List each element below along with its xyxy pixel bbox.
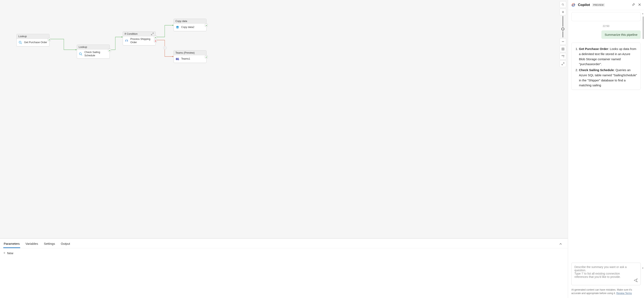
copilot-header: Copilot PREVIEW bbox=[568, 0, 644, 10]
pipeline-canvas[interactable]: Lookup Get Purchase Order Lookup Check S… bbox=[0, 0, 568, 238]
lookup-icon bbox=[79, 52, 83, 56]
new-label: New bbox=[7, 251, 14, 255]
message-timestamp: 22:50 bbox=[571, 24, 641, 27]
svg-text:T: T bbox=[176, 58, 177, 60]
svg-rect-20 bbox=[563, 55, 564, 56]
teams-icon: T bbox=[176, 57, 180, 61]
activity-type-label: Lookup bbox=[77, 45, 110, 49]
new-parameter-button[interactable]: + New bbox=[3, 251, 14, 255]
fit-to-screen-button[interactable] bbox=[560, 46, 566, 52]
zoom-slider[interactable] bbox=[560, 9, 566, 45]
svg-line-7 bbox=[81, 54, 82, 55]
svg-rect-18 bbox=[562, 48, 564, 49]
plus-icon: + bbox=[3, 251, 6, 255]
activity-teams1[interactable]: Teams (Preview) T Teams1 bbox=[174, 50, 206, 63]
activity-type-label: Copy data bbox=[174, 19, 206, 24]
canvas-toolbar bbox=[560, 0, 566, 67]
fullscreen-icon bbox=[562, 62, 564, 65]
activity-name: Get Purchase Order bbox=[24, 41, 47, 44]
activity-copy-data2[interactable]: Copy data Copy data2 bbox=[174, 19, 206, 31]
input-placeholder-line2: Type '/' to list all existing connection… bbox=[574, 272, 632, 279]
svg-rect-14 bbox=[178, 59, 179, 60]
lookup-icon bbox=[18, 40, 22, 45]
success-output-handle[interactable] bbox=[48, 38, 51, 41]
success-output-handle[interactable] bbox=[205, 55, 208, 58]
align-icon bbox=[562, 55, 564, 58]
svg-point-8 bbox=[125, 40, 126, 41]
activity-if-condition-process-shipping-order[interactable]: If Condition Process Shipping Order bbox=[123, 31, 156, 45]
pin-icon bbox=[632, 3, 635, 6]
send-icon bbox=[634, 278, 638, 283]
properties-tabs: Parameters Variables Settings Output bbox=[0, 239, 568, 248]
copilot-panel: Copilot PREVIEW 22:50 Summarize this pip… bbox=[568, 0, 644, 298]
scrollbar[interactable]: ▲ ▼ bbox=[642, 12, 644, 269]
svg-point-15 bbox=[562, 3, 564, 5]
close-icon bbox=[638, 3, 641, 6]
activity-type-label: Lookup bbox=[17, 34, 49, 39]
tab-variables[interactable]: Variables bbox=[25, 241, 38, 248]
scroll-up-icon: ▲ bbox=[642, 12, 644, 14]
success-output-handle[interactable] bbox=[154, 36, 157, 39]
svg-point-9 bbox=[127, 40, 128, 41]
assistant-message: Get Purchase Order: Looks up data from a… bbox=[571, 42, 641, 90]
scroll-down-icon: ▼ bbox=[642, 267, 644, 269]
activity-lookup-check-sailing-schedule[interactable]: Lookup Check Sailing Schedule bbox=[77, 45, 110, 59]
copilot-conversation[interactable]: 22:50 Summarize this pipeline Get Purcha… bbox=[568, 10, 644, 261]
auto-align-button[interactable] bbox=[560, 53, 566, 60]
zoom-handle[interactable] bbox=[562, 27, 564, 30]
review-terms-link[interactable]: Review Terms bbox=[616, 292, 632, 295]
svg-line-5 bbox=[21, 43, 22, 44]
search-button[interactable] bbox=[560, 1, 566, 8]
tab-parameters[interactable]: Parameters bbox=[3, 241, 20, 248]
copilot-title: Copilot bbox=[578, 3, 590, 7]
collapse-panel-button[interactable] bbox=[559, 243, 564, 246]
chevron-up-icon bbox=[559, 243, 562, 245]
copy-data-icon bbox=[176, 25, 180, 29]
search-icon bbox=[562, 3, 564, 6]
expand-icon[interactable] bbox=[151, 32, 154, 35]
svg-point-4 bbox=[19, 41, 21, 43]
success-output-handle[interactable] bbox=[108, 49, 111, 52]
copilot-input[interactable]: Describe the summary you want or ask a q… bbox=[571, 263, 641, 285]
user-message: Summarize this pipeline bbox=[602, 30, 641, 39]
copilot-disclaimer: AI-generated content can have mistakes. … bbox=[568, 287, 644, 298]
pin-button[interactable] bbox=[632, 3, 635, 7]
close-button[interactable] bbox=[638, 3, 641, 7]
activity-name: Teams1 bbox=[181, 57, 190, 61]
zoom-out-button[interactable] bbox=[560, 38, 566, 45]
tab-output[interactable]: Output bbox=[60, 241, 70, 248]
failure-output-handle[interactable] bbox=[154, 39, 157, 42]
svg-point-6 bbox=[79, 53, 81, 55]
activity-name: Check Sailing Schedule bbox=[84, 51, 108, 57]
svg-rect-17 bbox=[562, 48, 564, 50]
activity-type-label: Teams (Preview) bbox=[174, 51, 206, 55]
svg-rect-19 bbox=[562, 55, 562, 56]
copilot-logo-icon bbox=[571, 2, 576, 7]
zoom-in-button[interactable] bbox=[560, 9, 566, 15]
activity-name: Copy data2 bbox=[181, 26, 194, 29]
connectors-layer bbox=[0, 0, 568, 238]
properties-panel: Parameters Variables Settings Output + N… bbox=[0, 238, 568, 298]
scrollbar-thumb[interactable] bbox=[642, 16, 644, 39]
activity-lookup-get-purchase-order[interactable]: Lookup Get Purchase Order bbox=[16, 34, 50, 46]
previous-message-card bbox=[571, 12, 641, 21]
input-placeholder-line1: Describe the summary you want or ask a q… bbox=[574, 265, 632, 272]
activity-name: Process Shipping Order bbox=[130, 38, 154, 44]
svg-line-16 bbox=[563, 5, 564, 5]
condition-icon bbox=[124, 39, 129, 43]
send-button[interactable] bbox=[634, 278, 638, 283]
fullscreen-button[interactable] bbox=[560, 60, 566, 67]
summary-item-2: Check Sailing Schedule: Queries an Azure… bbox=[579, 68, 637, 88]
add-activity-button[interactable]: + bbox=[163, 46, 166, 49]
summary-item-1: Get Purchase Order: Looks up data from a… bbox=[579, 46, 637, 67]
pipeline-designer: Lookup Get Purchase Order Lookup Check S… bbox=[0, 0, 568, 298]
tab-settings[interactable]: Settings bbox=[44, 241, 56, 248]
activity-type-label: If Condition bbox=[123, 32, 156, 36]
preview-badge: PREVIEW bbox=[592, 3, 605, 6]
svg-point-13 bbox=[178, 58, 179, 59]
success-output-handle[interactable] bbox=[205, 24, 208, 27]
fit-icon bbox=[562, 47, 564, 51]
